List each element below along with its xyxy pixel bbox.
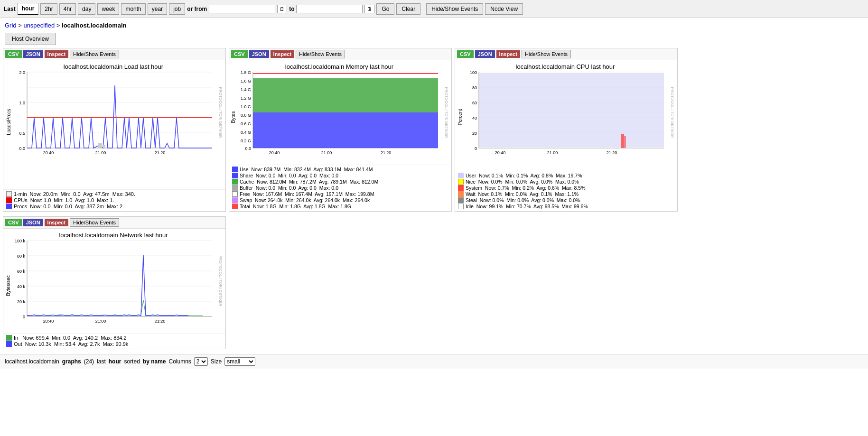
load-legend-procs-color [6,204,12,209]
time-btn-month[interactable]: month [121,3,145,15]
load-legend-1min-color [6,191,12,197]
memory-legend: Use Now: 839.7M Min: 832.4M Avg: 833.1M … [229,165,451,211]
bottom-columns-select[interactable]: 2 3 4 [194,357,208,366]
load-y-tick-1: 1.0 [19,101,25,105]
svg-text:60 k: 60 k [17,269,26,274]
network-json-button[interactable]: JSON [23,219,43,226]
clear-button[interactable]: Clear [396,3,420,15]
svg-text:1.2 G: 1.2 G [241,96,251,101]
breadcrumb: Grid > unspecified > localhost.localdoma… [0,18,868,33]
memory-toolbar: CSV JSON Inspect Hide/Show Events [229,48,451,60]
or-from-label: or from [187,6,207,12]
to-date-input[interactable] [296,5,363,13]
memory-legend-free-color [232,191,238,197]
time-btn-year[interactable]: year [148,3,167,15]
svg-text:40: 40 [472,116,477,121]
memory-chart-title: localhost.localdomain Memory last hour [285,63,394,70]
bottom-host: localhost.localdomain [5,358,59,365]
load-legend: 1-min Now: 20.0m Min: 0.0 Avg: 47.5m Max… [3,189,225,211]
load-panel: CSV JSON Inspect Hide/Show Events localh… [3,48,226,212]
network-chart-title: localhost.localdomain Network last hour [59,232,168,239]
memory-chart-body: localhost.localdomain Memory last hour B… [229,60,451,165]
svg-text:80: 80 [472,85,477,90]
network-csv-button[interactable]: CSV [5,219,22,226]
time-btn-week[interactable]: week [97,3,119,15]
node-view-button[interactable]: Node View [485,3,523,15]
load-chart-svg: localhost.localdomain Load last hour Loa… [3,60,224,165]
cpu-chart-svg: localhost.localdomain CPU last hour Perc… [455,60,676,165]
svg-text:0.8 G: 0.8 G [241,113,251,118]
breadcrumb-host: localhost.localdomain [62,22,127,29]
load-inspect-button[interactable]: Inspect [45,50,69,58]
network-toolbar: CSV JSON Inspect Hide/Show Events [3,217,225,229]
svg-text:0.6 G: 0.6 G [241,121,251,126]
bottom-last-label: last [97,358,106,365]
load-json-button[interactable]: JSON [23,50,43,58]
cpu-legend-system-color [458,185,464,191]
memory-y-label: Bytes [231,111,236,123]
svg-text:100 k: 100 k [15,239,26,243]
svg-text:20:40: 20:40 [269,150,280,155]
bottom-sorted-label: sorted [124,358,140,365]
svg-text:40 k: 40 k [17,284,26,289]
breadcrumb-grid-link[interactable]: Grid [5,22,17,29]
load-csv-button[interactable]: CSV [5,50,22,58]
cpu-toolbar: CSV JSON Inspect Hide/Show Events [455,48,677,60]
to-label: to [289,6,294,12]
cpu-chart-title: localhost.localdomain CPU last hour [516,63,615,70]
svg-text:20 k: 20 k [17,299,26,304]
network-hide-events-button[interactable]: Hide/Show Events [70,218,119,227]
load-y-tick-2: 2.0 [19,70,25,75]
time-btn-2hr[interactable]: 2hr [40,3,57,15]
cpu-legend-nice-color [458,179,464,185]
svg-text:1.6 G: 1.6 G [241,79,251,83]
svg-text:60: 60 [472,101,477,105]
cpu-panel: CSV JSON Inspect Hide/Show Events localh… [455,48,678,212]
time-btn-hour[interactable]: hour [18,3,39,15]
load-x-tick-3: 21:20 [155,150,166,155]
breadcrumb-unspecified-link[interactable]: unspecified [23,22,55,29]
bottom-columns-label: Columns [169,358,191,365]
cpu-spike-2 [624,136,626,148]
network-chart-body: localhost.localdomain Network last hour … [3,229,225,333]
time-btn-4hr[interactable]: 4hr [59,3,76,15]
svg-text:21:00: 21:00 [95,319,106,324]
memory-use-area [253,112,438,148]
network-inspect-button[interactable]: Inspect [45,219,69,226]
memory-legend-total-color [232,204,238,209]
time-btn-day[interactable]: day [78,3,95,15]
charts-grid: CSV JSON Inspect Hide/Show Events localh… [0,48,868,216]
svg-text:0.0: 0.0 [245,146,251,151]
svg-text:21:20: 21:20 [381,150,392,155]
load-y-tick-0: 0.0 [19,146,25,151]
memory-inspect-button[interactable]: Inspect [271,50,295,58]
load-1min-line [27,85,212,148]
cpu-inspect-button[interactable]: Inspect [496,50,521,58]
go-button[interactable]: Go [376,3,394,15]
bottom-bar: localhost.localdomain graphs (24) last h… [0,354,868,369]
cpu-csv-button[interactable]: CSV [457,50,474,58]
hide-show-events-button[interactable]: Hide/Show Events [426,3,483,15]
cpu-legend: User Now: 0.1% Min: 0.1% Avg: 0.8% Max: … [455,171,677,211]
svg-text:80 k: 80 k [17,254,26,259]
memory-json-button[interactable]: JSON [249,50,269,58]
svg-text:100: 100 [470,70,477,75]
bottom-size-select[interactable]: small medium large [224,357,255,366]
svg-text:21:20: 21:20 [155,319,166,324]
time-btn-job[interactable]: job [169,3,185,15]
cpu-json-button[interactable]: JSON [475,50,495,58]
load-x-tick-2: 21:00 [95,150,106,155]
cpu-hide-events-button[interactable]: Hide/Show Events [522,50,571,58]
cpu-chart-body: localhost.localdomain CPU last hour Perc… [455,60,677,171]
load-hide-events-button[interactable]: Hide/Show Events [70,50,119,58]
memory-hide-events-button[interactable]: Hide/Show Events [296,50,345,58]
host-overview-tab[interactable]: Host Overview [5,33,56,45]
svg-text:1.0 G: 1.0 G [241,104,251,109]
memory-legend-use-color [232,167,238,172]
cpu-y-label: Percent [457,109,463,126]
from-date-input[interactable] [209,5,275,13]
from-calendar-icon[interactable]: 🗓 [277,5,287,13]
memory-csv-button[interactable]: CSV [231,50,248,58]
network-in-line [27,300,203,315]
to-calendar-icon[interactable]: 🗓 [364,5,374,13]
